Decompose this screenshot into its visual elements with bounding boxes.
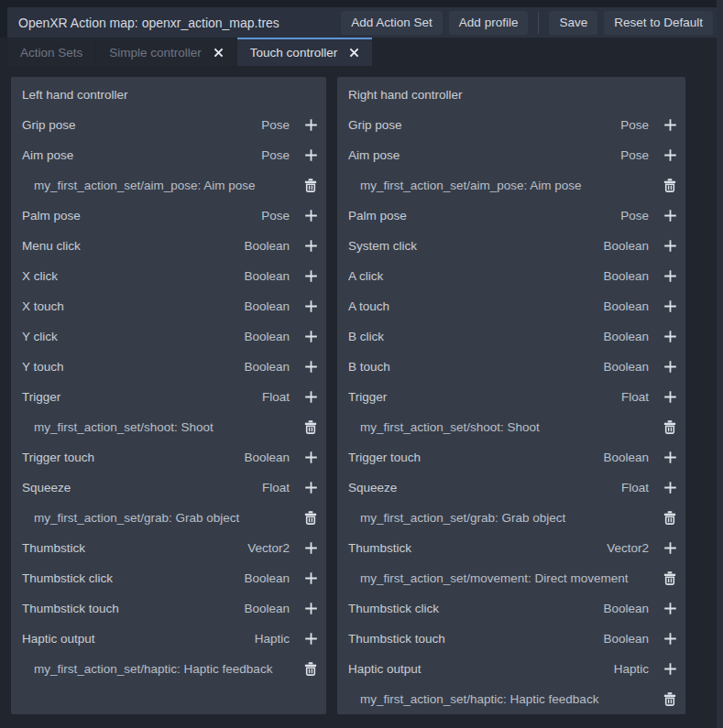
reset-to-default-button[interactable]: Reset to Default xyxy=(604,11,713,35)
add-profile-button[interactable]: Add profile xyxy=(449,11,529,35)
add-binding-button[interactable] xyxy=(660,599,680,619)
left-rows: Grip posePoseAim posePosemy_first_action… xyxy=(11,110,326,684)
vertical-scrollbar[interactable] xyxy=(717,0,723,728)
action-label: Y touch xyxy=(22,360,244,374)
plus-icon xyxy=(304,269,318,283)
action-row: Thumbstick clickBoolean xyxy=(337,593,685,624)
delete-binding-button[interactable] xyxy=(301,508,321,528)
right-rows: Grip posePoseAim posePosemy_first_action… xyxy=(337,110,685,714)
action-row: B touchBoolean xyxy=(337,352,685,382)
add-action-set-button[interactable]: Add Action Set xyxy=(341,11,443,35)
action-row: Aim posePose xyxy=(11,140,326,170)
tab-close-button[interactable] xyxy=(214,48,224,58)
tab-touch-controller[interactable]: Touch controller xyxy=(237,38,372,66)
plus-icon xyxy=(663,632,677,646)
action-label: Trigger xyxy=(22,390,262,404)
add-binding-button[interactable] xyxy=(660,146,680,166)
add-binding-button[interactable] xyxy=(660,538,680,559)
action-type-label: Boolean xyxy=(603,269,649,283)
binding-label: my_first_action_set/grab: Grab object xyxy=(22,511,301,525)
close-icon xyxy=(349,48,359,58)
action-row: Thumbstick touchBoolean xyxy=(337,624,685,654)
action-row: SqueezeFloat xyxy=(11,473,326,503)
action-label: Menu click xyxy=(22,239,244,253)
add-binding-button[interactable] xyxy=(301,448,321,468)
add-binding-button[interactable] xyxy=(660,266,680,287)
tabbar: Action SetsSimple controllerTouch contro… xyxy=(0,38,717,66)
add-binding-button[interactable] xyxy=(301,146,321,166)
action-type-label: Vector2 xyxy=(247,541,290,555)
plus-icon xyxy=(663,299,677,313)
plus-icon xyxy=(304,118,318,132)
add-binding-button[interactable] xyxy=(660,478,680,498)
action-type-label: Boolean xyxy=(603,299,649,313)
action-type-label: Boolean xyxy=(603,451,649,464)
add-binding-button[interactable] xyxy=(660,387,680,407)
action-label: System click xyxy=(348,239,603,253)
add-binding-button[interactable] xyxy=(301,357,321,377)
action-label: B touch xyxy=(348,360,603,374)
action-row: ThumbstickVector2 xyxy=(11,533,326,563)
action-label: Palm pose xyxy=(348,209,620,223)
add-binding-button[interactable] xyxy=(660,357,680,377)
action-row: Y clickBoolean xyxy=(11,321,326,352)
tab-simple-controller[interactable]: Simple controller xyxy=(96,38,236,66)
plus-icon xyxy=(304,632,318,646)
add-binding-button[interactable] xyxy=(301,297,321,317)
action-row: Y touchBoolean xyxy=(11,352,326,382)
plus-icon xyxy=(304,209,318,223)
add-binding-button[interactable] xyxy=(660,327,680,347)
add-binding-button[interactable] xyxy=(660,629,680,649)
main-area: Action SetsSimple controllerTouch contro… xyxy=(0,38,717,728)
add-binding-button[interactable] xyxy=(301,478,321,498)
add-binding-button[interactable] xyxy=(301,629,321,649)
plus-icon xyxy=(304,602,318,615)
action-row: SqueezeFloat xyxy=(337,473,685,503)
action-row: Haptic outputHaptic xyxy=(337,654,685,684)
action-type-label: Pose xyxy=(261,148,290,162)
delete-binding-button[interactable] xyxy=(660,690,680,710)
delete-binding-button[interactable] xyxy=(660,569,680,589)
add-binding-button[interactable] xyxy=(660,297,680,317)
action-row: Trigger touchBoolean xyxy=(11,442,326,473)
add-binding-button[interactable] xyxy=(301,266,321,287)
delete-binding-button[interactable] xyxy=(660,418,680,438)
add-binding-button[interactable] xyxy=(301,387,321,407)
add-binding-button[interactable] xyxy=(660,115,680,136)
binding-row: my_first_action_set/haptic: Haptic feedb… xyxy=(337,684,685,714)
add-binding-button[interactable] xyxy=(301,115,321,136)
action-type-label: Boolean xyxy=(244,360,290,374)
tab-action-sets[interactable]: Action Sets xyxy=(7,38,95,66)
action-row: Thumbstick clickBoolean xyxy=(11,563,326,593)
tab-close-button[interactable] xyxy=(349,48,359,58)
action-type-label: Pose xyxy=(620,118,649,132)
add-binding-button[interactable] xyxy=(301,538,321,559)
add-binding-button[interactable] xyxy=(660,659,680,679)
delete-binding-button[interactable] xyxy=(301,418,321,438)
action-type-label: Boolean xyxy=(603,239,649,253)
window-title: OpenXR Action map: openxr_action_map.tre… xyxy=(18,16,334,30)
delete-binding-button[interactable] xyxy=(660,508,680,528)
add-binding-button[interactable] xyxy=(301,206,321,226)
delete-binding-button[interactable] xyxy=(301,176,321,196)
delete-binding-button[interactable] xyxy=(301,659,321,679)
action-label: Grip pose xyxy=(348,118,620,132)
add-binding-button[interactable] xyxy=(660,448,680,468)
add-binding-button[interactable] xyxy=(301,236,321,256)
save-button[interactable]: Save xyxy=(549,11,597,35)
add-binding-button[interactable] xyxy=(301,569,321,589)
delete-binding-button[interactable] xyxy=(660,176,680,196)
add-binding-button[interactable] xyxy=(660,236,680,256)
add-binding-button[interactable] xyxy=(660,206,680,226)
action-label: Thumbstick xyxy=(348,541,607,555)
panel-title: Left hand controller xyxy=(22,88,321,102)
action-label: Grip pose xyxy=(22,118,261,132)
action-label: Palm pose xyxy=(22,209,261,223)
action-type-label: Boolean xyxy=(244,330,290,343)
add-binding-button[interactable] xyxy=(301,599,321,619)
action-label: Aim pose xyxy=(22,148,261,162)
action-label: Thumbstick click xyxy=(348,602,603,615)
add-binding-button[interactable] xyxy=(301,327,321,347)
action-type-label: Pose xyxy=(620,209,649,223)
plus-icon xyxy=(663,360,677,374)
